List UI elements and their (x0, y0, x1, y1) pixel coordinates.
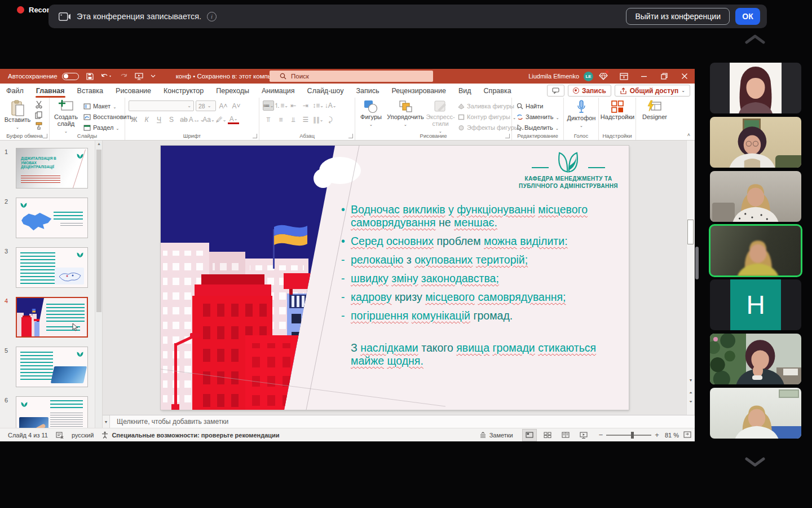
slideshow-view-button[interactable] (576, 429, 591, 441)
highlight-icon[interactable]: 🖉⌄ (215, 115, 227, 125)
collapse-up-chevron[interactable] (744, 33, 766, 45)
participant-video-5[interactable]: H (710, 279, 801, 330)
decrease-font-icon[interactable]: A˅ (231, 101, 242, 111)
clipboard-dialog-launcher[interactable] (43, 134, 47, 138)
participant-video-2[interactable] (710, 117, 801, 168)
designer-button[interactable]: Designer (638, 100, 671, 120)
minimize-button[interactable] (634, 69, 654, 84)
collapse-ribbon-chevron[interactable]: ˄ (687, 132, 690, 138)
char-spacing-icon[interactable]: A↔⌄ (191, 115, 202, 125)
info-icon[interactable]: i (207, 12, 217, 21)
new-slide-button[interactable]: Создать слайд⌄ (51, 100, 81, 135)
canvas-scrollbar-thumb[interactable] (687, 220, 694, 244)
find-button[interactable]: Найти (517, 101, 543, 111)
window-edge-scrollbar[interactable] (695, 247, 699, 279)
zoom-in-button[interactable]: + (655, 431, 659, 439)
autosave-toggle[interactable] (62, 73, 79, 80)
tab-transitions[interactable]: Переходы (210, 84, 255, 98)
copy-icon[interactable] (35, 111, 43, 121)
line-spacing-icon[interactable]: ↕≡⌄ (312, 100, 324, 111)
justify-icon[interactable]: ☰ (300, 115, 311, 125)
spellcheck-icon[interactable] (56, 432, 64, 439)
scroll-up-arrow[interactable]: ▲ (96, 142, 102, 147)
current-slide[interactable]: КАФЕДРА МЕНЕДЖМЕНТУ ТА ПУБЛІЧНОГО АДМІНІ… (161, 146, 629, 410)
shapes-button[interactable]: Фигуры⌄ (358, 100, 385, 128)
bold-icon[interactable]: Ж (129, 115, 140, 125)
notes-collapse-button[interactable]: ▼ (103, 415, 110, 428)
notes-placeholder[interactable]: Щелкните, чтобы добавить заметки (117, 418, 228, 426)
slide-thumbnail-6[interactable] (16, 396, 88, 428)
coming-soon-gem-icon[interactable] (593, 69, 614, 84)
reading-view-button[interactable] (558, 429, 573, 441)
zoom-out-button[interactable]: − (599, 431, 603, 439)
thumbnail-scrollbar[interactable]: ▲ (95, 141, 102, 428)
tab-help[interactable]: Справка (478, 84, 518, 98)
slide-thumbnail-3[interactable] (16, 247, 88, 288)
quick-access-chevron-icon[interactable] (151, 75, 156, 78)
slide-thumbnail-2[interactable] (16, 198, 88, 238)
language-label[interactable]: русский (72, 432, 94, 439)
smartart-icon[interactable]: ⤸ (325, 115, 336, 125)
scroll-down-arrow[interactable]: ▼ (687, 376, 694, 384)
ok-button[interactable]: ОК (735, 8, 760, 25)
cut-icon[interactable] (35, 100, 43, 111)
notes-pane[interactable]: ▼ Щелкните, чтобы добавить заметки (103, 415, 695, 428)
text-direction-icon[interactable]: ↓A⌄ (325, 100, 336, 111)
align-right-icon[interactable]: ⫫ (288, 115, 299, 125)
paragraph-dialog-launcher[interactable] (348, 134, 353, 138)
format-painter-icon[interactable] (35, 122, 43, 132)
select-button[interactable]: Выделить⌄ (517, 122, 559, 133)
start-slideshow-icon[interactable] (135, 73, 143, 80)
slide-thumbnail-5[interactable] (16, 347, 88, 387)
search-input[interactable]: Поиск (270, 71, 433, 82)
tab-view[interactable]: Вид (452, 84, 478, 98)
participant-video-4-active-speaker[interactable] (710, 225, 801, 276)
shadow-icon[interactable]: S (166, 115, 177, 125)
align-left-icon[interactable]: ⫪ (263, 115, 274, 125)
close-button[interactable] (674, 69, 695, 84)
record-button[interactable]: Запись (568, 85, 611, 97)
fit-slide-button[interactable] (683, 431, 691, 439)
undo-icon[interactable] (101, 73, 112, 80)
addins-button[interactable]: Надстройки (601, 100, 634, 120)
participant-video-7[interactable] (710, 388, 801, 439)
zoom-slider[interactable] (606, 435, 651, 436)
strikethrough-icon[interactable]: ab (178, 115, 189, 125)
font-size-combo[interactable]: 28⌄ (196, 100, 216, 111)
save-icon[interactable] (86, 73, 94, 80)
canvas-scrollbar[interactable]: ▼ ⏶ ⏷ (686, 141, 694, 415)
normal-view-button[interactable] (522, 429, 537, 441)
tab-slideshow[interactable]: Слайд-шоу (301, 84, 350, 98)
zoom-percentage[interactable]: 81 % (665, 432, 679, 439)
font-color-icon[interactable]: A⌄ (228, 116, 239, 124)
tab-insert[interactable]: Вставка (71, 84, 109, 98)
participant-video-3[interactable] (710, 171, 801, 222)
drawing-dialog-launcher[interactable] (505, 134, 510, 138)
participant-video-6[interactable] (710, 334, 801, 384)
next-slide-button[interactable]: ⏷ (687, 398, 694, 405)
decrease-indent-icon[interactable]: ⇤ (288, 100, 299, 111)
tab-record[interactable]: Запись (350, 84, 385, 98)
tab-draw[interactable]: Рисование (109, 84, 157, 98)
font-dialog-launcher[interactable] (253, 134, 257, 138)
increase-indent-icon[interactable]: ⇥ (300, 100, 311, 111)
participant-video-1[interactable] (710, 63, 801, 113)
tab-file[interactable]: Файл (0, 84, 30, 98)
slide-thumbnail-4-selected[interactable] (16, 297, 88, 338)
previous-slide-button[interactable]: ⏶ (687, 389, 694, 396)
notes-toggle-button[interactable]: Заметки (479, 432, 513, 439)
slide-body-text[interactable]: •Водночас викликів у функціонуванні місц… (341, 203, 620, 373)
leave-meeting-button[interactable]: Выйти из конференции (626, 8, 730, 25)
tab-animations[interactable]: Анимация (255, 84, 301, 98)
dictate-button[interactable]: Диктофон⌄ (565, 100, 598, 129)
replace-button[interactable]: Заменить⌄ (517, 112, 559, 122)
scrollbar-thumb[interactable] (96, 150, 102, 312)
paste-button[interactable]: Вставить⌄ (1, 100, 34, 131)
slide-thumbnail-panel[interactable]: 1 ДІДЖИТАЛІЗАЦІЯ В УМОВАХ ДЕЦЕНТРАЛІЗАЦІ… (0, 141, 103, 428)
collapse-down-chevron[interactable] (744, 456, 766, 468)
arrange-button[interactable]: Упорядочить⌄ (387, 100, 424, 128)
columns-icon[interactable]: ∥∥⌄ (312, 115, 324, 125)
section-button[interactable]: Раздел⌄ (83, 122, 120, 133)
increase-font-icon[interactable]: A˄ (218, 101, 229, 111)
underline-icon[interactable]: Ч (153, 115, 165, 125)
